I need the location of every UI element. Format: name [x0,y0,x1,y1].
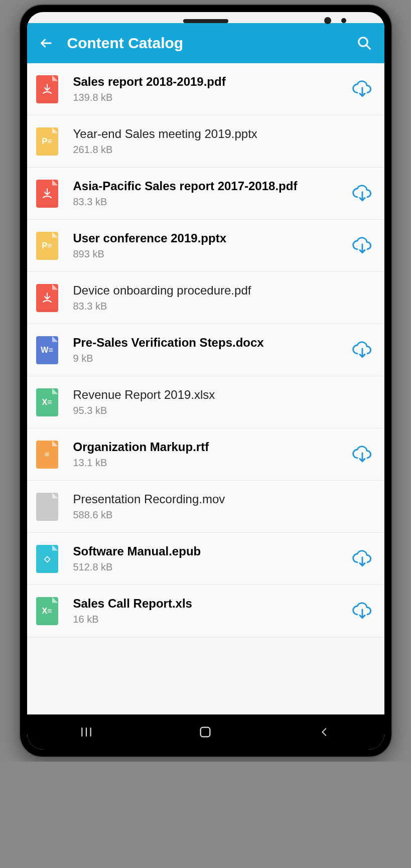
file-name: Sales Call Report.xls [73,597,350,611]
file-type-icon: ◇ [34,543,60,575]
file-row[interactable]: X≡Sales Call Report.xls16 kB [27,585,384,637]
cloud-download-icon [352,601,372,621]
cloud-download-icon [352,184,372,204]
file-meta: Organization Markup.rtf13.1 kB [60,440,350,469]
download-button[interactable] [350,184,374,204]
file-row[interactable]: Sales report 2018-2019.pdf139.8 kB [27,63,384,115]
file-size: 588.6 kB [73,509,350,521]
file-meta: Sales report 2018-2019.pdf139.8 kB [60,75,350,103]
file-name: Device onboarding procedure.pdf [73,283,350,298]
file-name: Asia-Pacific Sales report 2017-2018.pdf [73,179,350,193]
download-button[interactable] [350,79,374,99]
file-size: 83.3 kB [73,301,350,312]
file-row[interactable]: ◇Software Manual.epub512.8 kB [27,533,384,585]
file-meta: Presentation Recording.mov588.6 kB [60,492,350,521]
file-size: 9 kB [73,353,350,364]
app-header: Content Catalog [27,23,384,63]
file-row[interactable]: Presentation Recording.mov588.6 kB [27,481,384,533]
file-size: 16 kB [73,614,350,625]
back-arrow-icon [39,36,53,50]
file-type-icon: P≡ [34,230,60,262]
download-button[interactable] [350,445,374,465]
cloud-download-icon [352,79,372,99]
download-button[interactable] [350,340,374,360]
file-type-icon: X≡ [34,595,60,627]
page-title: Content Catalog [55,35,354,52]
file-row[interactable]: W≡Pre-Sales Verification Steps.docx9 kB [27,324,384,376]
file-name: Pre-Sales Verification Steps.docx [73,336,350,350]
file-row[interactable]: X≡Revenue Report 2019.xlsx95.3 kB [27,376,384,428]
phone-speaker [183,19,228,23]
file-size: 893 kB [73,248,350,260]
recent-apps-icon [80,726,93,739]
file-row[interactable]: P≡User conference 2019.pptx893 kB [27,220,384,272]
file-size: 139.8 kB [73,92,350,103]
phone-screen: Content Catalog Sales report 2018-2019.p… [27,12,384,750]
svg-line-2 [366,45,370,49]
file-name: Year-end Sales meeting 2019.pptx [73,127,350,141]
back-button[interactable] [37,36,55,50]
file-row[interactable]: P≡Year-end Sales meeting 2019.pptx261.8 … [27,115,384,168]
file-meta: Sales Call Report.xls16 kB [60,597,350,625]
file-name: Software Manual.epub [73,544,350,558]
file-size: 95.3 kB [73,405,350,416]
file-type-icon: X≡ [34,386,60,418]
android-nav-bar [27,714,384,750]
phone-frame: Content Catalog Sales report 2018-2019.p… [20,5,391,757]
file-meta: Software Manual.epub512.8 kB [60,544,350,573]
cloud-download-icon [352,236,372,256]
file-size: 512.8 kB [73,561,350,573]
file-name: Revenue Report 2019.xlsx [73,388,350,402]
download-button[interactable] [350,549,374,569]
recent-apps-button[interactable] [71,726,101,739]
file-row[interactable]: ≡Organization Markup.rtf13.1 kB [27,428,384,481]
cloud-download-icon [352,445,372,465]
file-type-icon: W≡ [34,334,60,366]
cloud-download-icon [352,340,372,360]
file-name: Organization Markup.rtf [73,440,350,454]
svg-rect-13 [201,728,210,737]
home-button[interactable] [190,725,220,739]
file-row[interactable]: Device onboarding procedure.pdf83.3 kB [27,272,384,324]
file-type-icon [34,491,60,523]
file-meta: Revenue Report 2019.xlsx95.3 kB [60,388,350,416]
cloud-download-icon [352,549,372,569]
file-type-icon: P≡ [34,125,60,158]
phone-sensor [341,18,346,23]
download-button[interactable] [350,601,374,621]
home-icon [198,725,212,739]
nav-back-icon [319,727,330,738]
file-name: Sales report 2018-2019.pdf [73,75,350,89]
file-size: 83.3 kB [73,196,350,208]
file-meta: User conference 2019.pptx893 kB [60,231,350,260]
search-icon [357,36,372,51]
file-meta: Pre-Sales Verification Steps.docx9 kB [60,336,350,364]
file-type-icon: ≡ [34,439,60,471]
file-size: 13.1 kB [73,457,350,469]
file-name: User conference 2019.pptx [73,231,350,245]
file-type-icon [34,282,60,314]
phone-camera [324,17,331,24]
file-type-icon [34,178,60,210]
file-size: 261.8 kB [73,144,350,156]
search-button[interactable] [354,36,374,51]
file-meta: Year-end Sales meeting 2019.pptx261.8 kB [60,127,350,156]
file-row[interactable]: Asia-Pacific Sales report 2017-2018.pdf8… [27,168,384,220]
file-meta: Device onboarding procedure.pdf83.3 kB [60,283,350,312]
file-type-icon [34,73,60,105]
file-meta: Asia-Pacific Sales report 2017-2018.pdf8… [60,179,350,208]
download-button[interactable] [350,236,374,256]
file-list: Sales report 2018-2019.pdf139.8 kBP≡Year… [27,63,384,714]
file-name: Presentation Recording.mov [73,492,350,506]
nav-back-button[interactable] [310,727,340,738]
